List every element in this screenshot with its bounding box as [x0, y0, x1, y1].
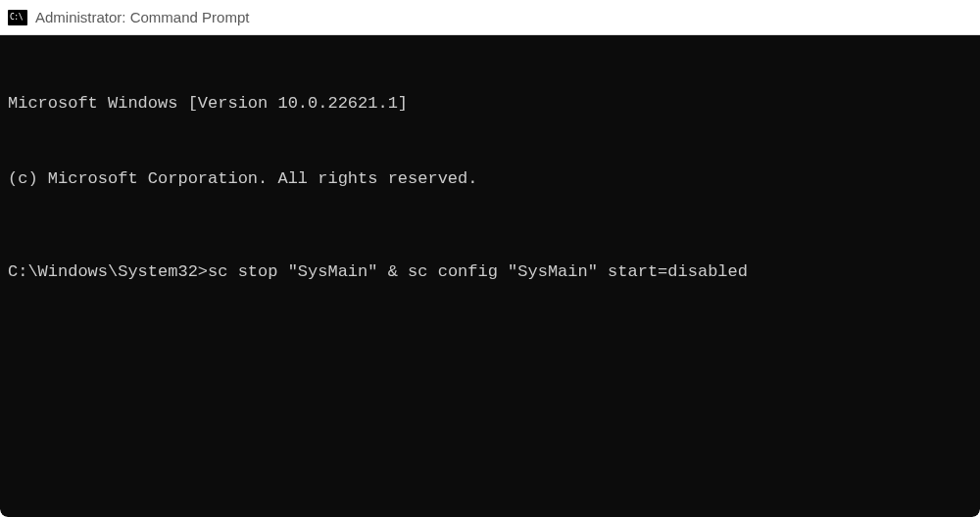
- window-title: Administrator: Command Prompt: [35, 9, 249, 25]
- terminal-area[interactable]: Microsoft Windows [Version 10.0.22621.1]…: [0, 35, 980, 517]
- cmd-app-icon: C:\: [8, 10, 27, 25]
- banner-line-1: Microsoft Windows [Version 10.0.22621.1]: [8, 91, 972, 117]
- prompt-line: C:\Windows\System32>sc stop "SysMain" & …: [8, 259, 972, 285]
- cmd-app-icon-label: C:\: [10, 13, 23, 22]
- titlebar[interactable]: C:\ Administrator: Command Prompt: [0, 0, 980, 35]
- command-prompt-window: C:\ Administrator: Command Prompt Micros…: [0, 0, 980, 517]
- banner-line-2: (c) Microsoft Corporation. All rights re…: [8, 166, 972, 192]
- command-input[interactable]: sc stop "SysMain" & sc config "SysMain" …: [208, 262, 748, 281]
- prompt-path: C:\Windows\System32>: [8, 262, 208, 281]
